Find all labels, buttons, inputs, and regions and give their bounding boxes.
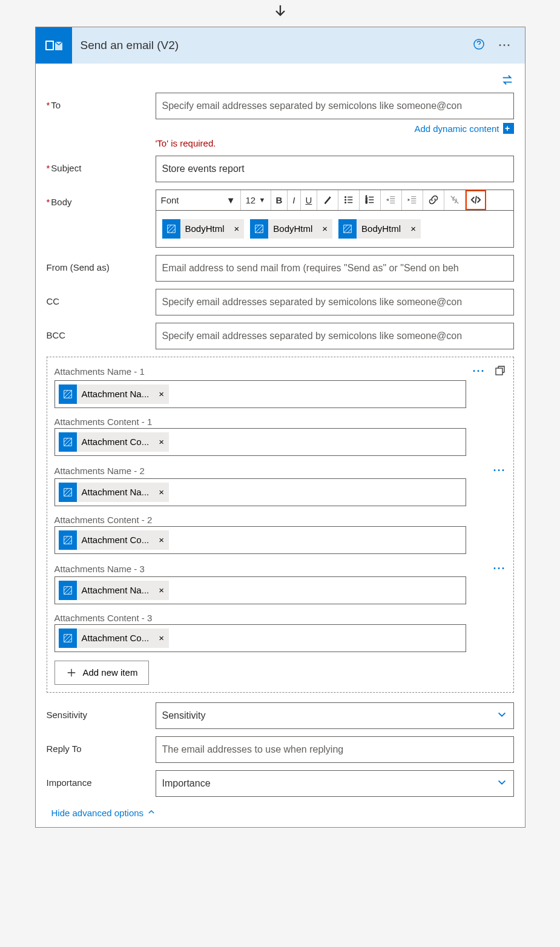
attachment-content-input[interactable]: Attachment Co...× — [54, 428, 466, 456]
cc-input[interactable] — [156, 289, 514, 315]
token-remove[interactable]: × — [154, 487, 169, 497]
attachment-content-label: Attachments Content - 2 — [54, 515, 153, 525]
outdent-button[interactable] — [381, 190, 402, 210]
hide-advanced-link[interactable]: Hide advanced options — [51, 808, 156, 818]
token-remove[interactable]: × — [317, 223, 332, 234]
body-editor: Font▼ 12▼ B I U 123 — [156, 190, 514, 248]
color-button[interactable] — [317, 190, 338, 210]
svg-point-3 — [345, 197, 346, 198]
number-list-button[interactable]: 123 — [360, 190, 381, 210]
token-remove[interactable]: × — [154, 633, 169, 643]
bcc-input[interactable] — [156, 323, 514, 349]
attachment-name-input[interactable]: Attachment Na...× — [54, 576, 466, 604]
token-icon — [338, 219, 357, 239]
cc-label: CC — [47, 289, 156, 306]
add-new-item-button[interactable]: Add new item — [54, 661, 150, 685]
token-icon — [59, 432, 77, 452]
chevron-up-icon — [147, 808, 156, 818]
to-label: *To — [47, 93, 156, 110]
dynamic-badge-icon: + — [503, 123, 514, 134]
body-content[interactable]: BodyHtml × BodyHtml × BodyHtml × — [156, 211, 513, 247]
attachment-name-label: Attachments Name - 3 — [54, 564, 145, 574]
body-token: BodyHtml × — [338, 219, 421, 239]
attachment-token: Attachment Na...× — [59, 384, 169, 404]
token-remove[interactable]: × — [154, 437, 169, 447]
chevron-down-icon — [496, 709, 507, 722]
to-input[interactable] — [156, 93, 514, 119]
token-remove[interactable]: × — [406, 223, 421, 234]
from-input[interactable] — [156, 255, 514, 282]
subject-label: *Subject — [47, 156, 156, 173]
attachment-content-input[interactable]: Attachment Co...× — [54, 624, 466, 652]
chevron-down-icon — [496, 777, 507, 790]
help-icon[interactable] — [473, 38, 485, 53]
body-token: BodyHtml × — [162, 219, 245, 239]
token-icon — [59, 483, 77, 502]
font-size-picker[interactable]: 12▼ — [241, 190, 271, 210]
attachment-content-label: Attachments Content - 3 — [54, 613, 153, 623]
underline-button[interactable]: U — [301, 190, 318, 210]
attachment-name-label: Attachments Name - 1 — [54, 366, 145, 377]
from-label: From (Send as) — [47, 255, 156, 272]
svg-point-4 — [345, 199, 346, 200]
attachment-more-icon[interactable]: ··· — [472, 365, 485, 378]
body-label: *Body — [47, 190, 156, 207]
code-view-button[interactable] — [466, 190, 486, 210]
attachments-section: Attachments Name - 1···Attachment Na...×… — [47, 357, 514, 693]
card-title: Send an email (V2) — [72, 39, 473, 52]
token-icon — [59, 530, 77, 550]
attachment-token: Attachment Co...× — [59, 432, 169, 452]
action-card: Send an email (V2) ··· *To Add dynamic c… — [35, 27, 525, 828]
reply-to-label: Reply To — [47, 736, 156, 754]
sensitivity-select[interactable]: Sensitivity — [156, 702, 514, 729]
attachment-content-input[interactable]: Attachment Co...× — [54, 526, 466, 554]
token-icon — [162, 219, 180, 239]
attachment-more-icon[interactable]: ··· — [493, 563, 506, 575]
token-remove[interactable]: × — [154, 535, 169, 545]
token-remove[interactable]: × — [154, 585, 169, 595]
bullet-list-button[interactable] — [338, 190, 360, 210]
importance-label: Importance — [47, 770, 156, 788]
token-icon — [59, 629, 77, 648]
unlink-button[interactable] — [444, 190, 466, 210]
attachment-name-label: Attachments Name - 2 — [54, 466, 145, 476]
token-remove[interactable]: × — [154, 389, 169, 399]
sensitivity-label: Sensitivity — [47, 702, 156, 720]
token-remove[interactable]: × — [229, 223, 245, 234]
flow-arrow — [6, 0, 554, 27]
token-icon — [59, 581, 77, 600]
reply-to-input[interactable] — [156, 736, 514, 763]
bold-button[interactable]: B — [271, 190, 288, 210]
card-header[interactable]: Send an email (V2) ··· — [36, 27, 525, 64]
subject-input[interactable] — [156, 156, 514, 182]
add-dynamic-content-link[interactable]: Add dynamic content + — [414, 123, 513, 134]
token-icon — [250, 219, 268, 239]
popout-icon[interactable] — [494, 365, 506, 379]
body-token: BodyHtml × — [250, 219, 332, 239]
attachment-name-input[interactable]: Attachment Na...× — [54, 380, 466, 408]
attachment-name-input[interactable]: Attachment Na...× — [54, 478, 466, 506]
attachment-token: Attachment Co...× — [59, 629, 169, 648]
outlook-icon — [36, 27, 72, 64]
more-icon[interactable]: ··· — [498, 39, 511, 52]
bcc-label: BCC — [47, 323, 156, 340]
attachment-more-icon[interactable]: ··· — [493, 464, 506, 477]
attachment-token: Attachment Co...× — [59, 530, 169, 550]
font-picker[interactable]: Font▼ — [156, 190, 241, 210]
indent-button[interactable] — [402, 190, 423, 210]
attachment-token: Attachment Na...× — [59, 581, 169, 600]
to-error: 'To' is required. — [156, 138, 514, 148]
attachment-content-label: Attachments Content - 1 — [54, 417, 153, 427]
attachment-token: Attachment Na...× — [59, 483, 169, 502]
importance-select[interactable]: Importance — [156, 770, 514, 797]
svg-rect-1 — [47, 42, 53, 49]
token-icon — [59, 384, 77, 404]
italic-button[interactable]: I — [288, 190, 300, 210]
svg-text:3: 3 — [366, 200, 367, 204]
svg-point-5 — [345, 202, 346, 203]
link-button[interactable] — [423, 190, 444, 210]
swap-icon[interactable] — [501, 78, 514, 88]
svg-rect-9 — [496, 368, 502, 375]
